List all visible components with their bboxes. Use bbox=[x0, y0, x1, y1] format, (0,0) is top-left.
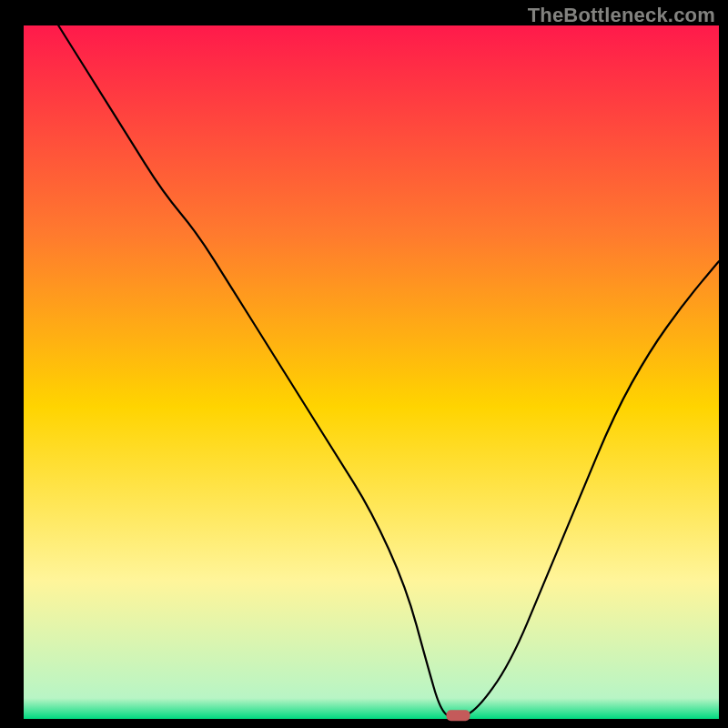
bottleneck-chart bbox=[0, 0, 728, 728]
chart-container: TheBottleneck.com bbox=[0, 0, 728, 728]
optimal-marker bbox=[447, 710, 470, 721]
watermark-text: TheBottleneck.com bbox=[528, 4, 715, 27]
plot-background bbox=[24, 25, 719, 719]
